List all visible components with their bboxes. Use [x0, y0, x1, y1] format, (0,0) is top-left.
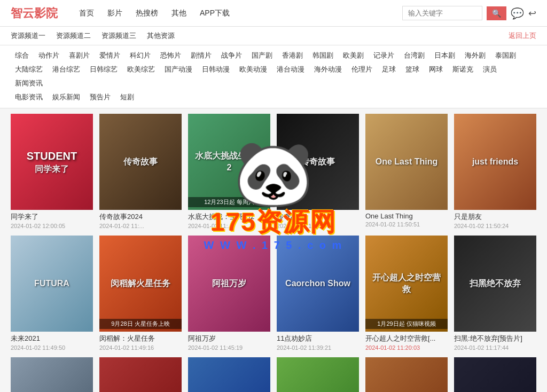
movie-title: 未来2021 [11, 334, 93, 343]
logo[interactable]: 智云影院 [11, 5, 58, 21]
cat-item[interactable]: 斯诺克 [448, 64, 478, 75]
channel-2[interactable]: 资源频道二 [56, 31, 91, 41]
cat-item[interactable]: 海外动漫 [310, 64, 346, 75]
main-nav: 首页 影片 热搜榜 其他 APP下载 [79, 9, 402, 18]
movie-time: 2024-01-02 11:45:19 [188, 344, 270, 351]
search-input[interactable] [402, 6, 482, 20]
movie-time: 2024-01-02 11:49:50 [11, 344, 93, 351]
movie-title: 闵稻解：火星任务 [99, 334, 182, 343]
cat-item[interactable]: 爱情片 [95, 50, 124, 61]
movie-time: 2024-01-02 11:39:21 [277, 344, 359, 351]
cat-item[interactable]: 网球 [425, 64, 447, 75]
cat-item[interactable]: 大陆综艺 [11, 64, 47, 75]
poster-text: STUDENT同学来了 [21, 143, 82, 181]
movie-card[interactable]: 闵稻解火星任务9月28日 火星任务上映闵稻解：火星任务2024-01-02 11… [99, 236, 182, 351]
movie-card[interactable]: 扫黑绝不放弃扫黑:绝不放弃[预告片]2024-01-02 11:17:44 [454, 236, 536, 351]
movie-card[interactable]: 水底大挑战生死门212月23日起 每周八水底大挑战：生死门22024-01-02… [188, 114, 270, 229]
cat-item[interactable]: 欧美综艺 [123, 64, 159, 75]
cat-item[interactable]: 娱乐新闻 [48, 91, 84, 103]
channel-back[interactable]: 返回上页 [509, 31, 536, 41]
movie-time: 2024-01-02 11:49:16 [99, 344, 182, 351]
channel-other[interactable]: 其他资源 [147, 31, 175, 41]
cat-item[interactable]: 演员 [479, 64, 501, 75]
movie-card[interactable]: just friends只是朋友2024-01-02 11:50:24 [454, 114, 536, 229]
movie-card[interactable]: 拼力歌敬请期待拼力歌2024-01-02 ... [365, 357, 448, 392]
nav-app[interactable]: APP下载 [200, 9, 230, 18]
movie-card[interactable]: 传奇故事传奇故事2024-01-02 11:... [277, 114, 359, 229]
cat-item[interactable]: 日本剧 [430, 50, 459, 61]
poster-text: 开心超人之时空营救 [365, 266, 448, 301]
movie-card[interactable]: 世界欠你一个你1月26日 真情献映世界欠你一个你2024-01-02 ... [11, 357, 93, 392]
nav-movies[interactable]: 影片 [107, 9, 122, 18]
nav-home[interactable]: 首页 [79, 9, 94, 18]
movie-title: 阿祖万岁 [188, 334, 270, 343]
movie-title: 只是朋友 [454, 212, 536, 222]
cat-item[interactable]: 新闻资讯 [11, 77, 47, 89]
movie-card[interactable]: 开心超人之时空营救1月29日起 仅猫咪视频开心超人之时空营救[...2024-0… [365, 236, 448, 351]
cat-item[interactable]: 日韩动漫 [198, 64, 234, 75]
movie-time: 2024-01-02 11:... [277, 223, 359, 229]
cat-item[interactable]: 港台动漫 [272, 64, 309, 75]
movie-time: 2024-01-02 11:... [188, 223, 270, 229]
poster-date: 12月23日起 每周八 [188, 197, 270, 207]
poster-text: 阿祖万岁 [207, 272, 252, 295]
cat-item[interactable]: 科幻片 [126, 50, 155, 61]
cat-item[interactable]: 海外剧 [460, 50, 490, 61]
cat-item[interactable]: 动作片 [34, 50, 64, 61]
poster-date: 1月29日起 仅猫咪视频 [365, 319, 448, 329]
search-button[interactable]: 🔍 [487, 6, 506, 20]
movie-card[interactable]: One Last ThingOne Last Thing2024-01-02 1… [365, 114, 448, 229]
cat-item[interactable]: 泰国剧 [491, 50, 520, 61]
movie-title: 11点劝妙店 [277, 334, 359, 343]
nav-hot[interactable]: 热搜榜 [136, 9, 158, 18]
cat-item[interactable]: 预告片 [85, 91, 115, 103]
cat-item[interactable]: 记录片 [369, 50, 398, 61]
cat-item[interactable]: 港台综艺 [48, 64, 84, 75]
movie-time: 2024-01-02 11:... [99, 223, 182, 229]
cat-item[interactable]: 香港剧 [278, 50, 307, 61]
cat-item[interactable]: 恐怖片 [156, 50, 185, 61]
channel-1[interactable]: 资源频道一 [11, 31, 45, 41]
movie-card[interactable]: 阿祖万岁阿祖万岁2024-01-02 11:45:19 [188, 236, 270, 351]
poster-text: 扫黑绝不放弃 [464, 272, 526, 295]
movie-card[interactable]: FUTURA未来20212024-01-02 11:49:50 [11, 236, 93, 351]
poster-text: 闵稻解火星任务 [105, 272, 176, 295]
cat-item[interactable]: 综合 [11, 50, 33, 61]
movie-card[interactable]: STUDENT同学来了同学来了2024-01-02 12:00:05 [11, 114, 93, 229]
movie-card[interactable]: Caorchon Show11点劝妙店2024-01-02 11:39:21 [277, 236, 359, 351]
cat-item[interactable]: 篮球 [401, 64, 424, 75]
cat-item[interactable]: 短剧 [116, 91, 138, 103]
movie-card[interactable]: 传奇故事传奇故事20242024-01-02 11:... [99, 114, 182, 229]
movie-card[interactable]: 浪花一朵朵...2024-01-02 ... [99, 357, 182, 392]
wechat-icon[interactable]: 💬 [511, 7, 524, 20]
movie-grid: STUDENT同学来了同学来了2024-01-02 12:00:05传奇故事传奇… [11, 114, 536, 392]
nav-other[interactable]: 其他 [171, 9, 186, 18]
header: 智云影院 首页 影片 热搜榜 其他 APP下载 🔍 💬 ↩ [0, 0, 547, 27]
cat-item[interactable]: 国产剧 [247, 50, 277, 61]
movie-title: 水底大挑战：生死门2 [188, 212, 270, 222]
cat-item[interactable]: 喜剧片 [65, 50, 94, 61]
cat-item[interactable]: 欧美剧 [339, 50, 368, 61]
user-icon[interactable]: ↩ [528, 7, 536, 19]
cat-item[interactable]: 剧情片 [186, 50, 216, 61]
cat-item[interactable]: 欧美动漫 [235, 64, 271, 75]
poster-text: just friends [467, 151, 523, 173]
movie-card[interactable]: 太虚神传太虚神传2024-01-02 ... [188, 357, 270, 392]
cat-item[interactable]: 日韩综艺 [85, 64, 122, 75]
cat-item[interactable]: 韩国剧 [308, 50, 338, 61]
cat-item[interactable]: 国产动漫 [160, 64, 197, 75]
movie-title: 传奇故事2024 [99, 212, 182, 222]
cat-item[interactable]: 战争片 [217, 50, 246, 61]
movie-time: 2024-01-02 11:50:24 [454, 223, 536, 229]
channel-3[interactable]: 资源频道三 [101, 31, 136, 41]
movie-title: 同学来了 [11, 212, 93, 222]
cat-item[interactable]: 伦理片 [347, 64, 377, 75]
cat-item[interactable]: 电影资讯 [11, 91, 47, 103]
movie-title: One Last Thing [365, 212, 448, 220]
cat-item[interactable]: 足球 [378, 64, 400, 75]
cat-item[interactable]: 台湾剧 [400, 50, 429, 61]
movie-card[interactable]: 武神武神2024-01-02 ... [454, 357, 536, 392]
movie-card[interactable]: 想见你9月29日起 仅猫咪视频想见你2024-01-02 ... [277, 357, 359, 392]
movie-title: 扫黑:绝不放弃[预告片] [454, 334, 536, 343]
movie-time: 2024-01-02 11:50:51 [365, 221, 448, 228]
